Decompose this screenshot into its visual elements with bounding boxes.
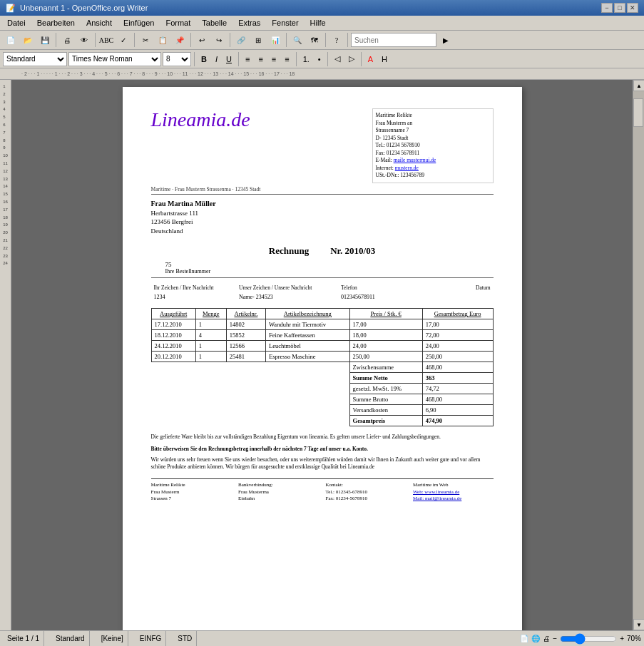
underline-button[interactable]: U xyxy=(223,52,235,66)
copy-button[interactable]: 📋 xyxy=(155,32,170,48)
menu-einfuegen[interactable]: Einfügen xyxy=(119,17,158,29)
sum-label-2: Summe Netto xyxy=(349,373,422,384)
company-ust: USt.-DNr.: 123456789 xyxy=(376,172,490,180)
zoom-increase-button[interactable]: + xyxy=(620,635,624,642)
align-left-button[interactable]: ≡ xyxy=(242,52,253,66)
title-bar-left: 📝 Unbenannt 1 - OpenOffice.org Writer xyxy=(6,4,148,13)
align-right-button[interactable]: ≡ xyxy=(268,52,280,66)
undo-button[interactable]: ↩ xyxy=(194,32,210,48)
menu-format[interactable]: Format xyxy=(161,17,195,29)
vertical-scrollbar[interactable]: ▲ ▼ xyxy=(633,80,644,630)
view-normal-icon[interactable]: 📄 xyxy=(520,635,528,642)
cell-desc-4: Espresso Maschine xyxy=(266,352,350,362)
font-color-button[interactable]: A xyxy=(364,52,377,66)
scroll-track[interactable] xyxy=(633,91,644,619)
view-web-icon[interactable]: 🌐 xyxy=(531,635,540,642)
highlight-button[interactable]: H xyxy=(378,52,391,66)
maximize-button[interactable]: □ xyxy=(614,3,625,13)
sep-1 xyxy=(56,33,56,47)
find-button[interactable]: 🔍 xyxy=(290,32,305,48)
menu-bearbeiten[interactable]: Bearbeiten xyxy=(33,17,79,29)
sum-val-2: 363 xyxy=(422,373,493,384)
new-button[interactable]: 📄 xyxy=(3,32,19,48)
status-right: 📄 🌐 🖨 − + 70% xyxy=(520,633,641,645)
footer-text-1: Die gelieferte Ware bleibt bis zur volls… xyxy=(151,434,494,441)
footer-contact: Frau Musterm xyxy=(151,489,232,496)
summary-row-versand: Versandkosten 6,90 xyxy=(151,405,493,416)
footer-fax: Fax: 01234-5678910 xyxy=(326,496,407,503)
scroll-thumb[interactable] xyxy=(633,98,643,127)
search-go-button[interactable]: ▶ xyxy=(438,32,454,48)
bold-button[interactable]: B xyxy=(198,52,210,66)
view-print-icon[interactable]: 🖨 xyxy=(543,635,550,642)
insert-mode[interactable]: EINFG xyxy=(136,631,167,646)
address-section: Frau Martina Müller Herbartstrasse 111 1… xyxy=(151,199,494,236)
paste-button[interactable]: 📌 xyxy=(172,32,188,48)
help-button[interactable]: ? xyxy=(329,32,344,48)
order-number-label: Ihre Bestellnummer xyxy=(165,268,494,275)
menu-fenster[interactable]: Fenster xyxy=(267,17,302,29)
menu-tabelle[interactable]: Tabelle xyxy=(198,17,231,29)
main-area: 123456789101112131415161718192021222324 … xyxy=(0,80,644,630)
autocorrect-button[interactable]: ✓ xyxy=(116,32,131,48)
cell-menge-2: 4 xyxy=(195,330,226,341)
web-link[interactable]: mustern.de xyxy=(395,165,419,171)
sep-4 xyxy=(190,33,191,47)
company-city: D- 12345 Stadt xyxy=(376,135,490,143)
company-street: Strassenname 7 xyxy=(376,127,490,135)
scroll-down-button[interactable]: ▼ xyxy=(633,619,644,630)
font-size-select[interactable]: 8 xyxy=(163,52,191,66)
email-link[interactable]: maile mustermui.de xyxy=(394,157,436,163)
print-button[interactable]: 🖨 xyxy=(59,32,75,48)
cell-menge-4: 1 xyxy=(195,352,226,362)
menu-ansicht[interactable]: Ansicht xyxy=(82,17,116,29)
window-controls[interactable]: − □ ✕ xyxy=(601,3,638,13)
ref-header-1: Ihr Zeichen / Ihre Nachricht xyxy=(153,284,237,292)
menu-datei[interactable]: Datei xyxy=(3,17,30,29)
zoom-decrease-button[interactable]: − xyxy=(553,635,557,642)
document-area[interactable]: Lineamia.de Maritime Relikte Frau Muster… xyxy=(11,80,633,630)
indent-button[interactable]: ▷ xyxy=(345,52,358,66)
ref-header-4: Datum xyxy=(425,284,492,292)
sep-fmt-4 xyxy=(327,52,328,66)
hyperlink-button[interactable]: 🔗 xyxy=(233,32,249,48)
invoice-number: Nr. 2010/03 xyxy=(330,245,375,257)
cell-date-4: 20.12.2010 xyxy=(151,352,195,362)
bullets-button[interactable]: • xyxy=(315,52,324,66)
company-info-box: Maritime Relikte Frau Musterm an Strasse… xyxy=(372,108,494,183)
page-header: Lineamia.de Maritime Relikte Frau Muster… xyxy=(151,108,494,183)
footer-company: Maritime Relikte xyxy=(151,482,232,489)
footer-street: Strassen 7 xyxy=(151,496,232,503)
page-indicator: Seite 1 / 1 xyxy=(3,631,44,646)
align-center-button[interactable]: ≡ xyxy=(255,52,266,66)
open-button[interactable]: 📂 xyxy=(20,32,36,48)
company-fax: Fax: 01234 5678911 xyxy=(376,150,490,158)
scroll-up-button[interactable]: ▲ xyxy=(633,80,644,91)
outdent-button[interactable]: ◁ xyxy=(331,52,344,66)
search-input[interactable] xyxy=(351,33,436,47)
style-select[interactable]: Standard xyxy=(3,52,67,66)
numbering-button[interactable]: 1. xyxy=(300,52,313,66)
footer-bank-label: Bankverbindung: xyxy=(238,482,319,489)
justify-button[interactable]: ≡ xyxy=(281,52,292,66)
sum-label-3: gesetzl. MwSt. 19% xyxy=(349,384,422,394)
company-tel: Tel.: 01234 5678910 xyxy=(376,142,490,150)
company-web: Internet: mustern.de xyxy=(376,165,490,173)
menu-hilfe[interactable]: Hilfe xyxy=(306,17,330,29)
save-button[interactable]: 💾 xyxy=(37,32,53,48)
print-preview-button[interactable]: 👁 xyxy=(76,32,92,48)
menu-extras[interactable]: Extras xyxy=(234,17,265,29)
font-select[interactable]: Times New Roman xyxy=(68,52,161,66)
minimize-button[interactable]: − xyxy=(601,3,613,13)
zoom-slider[interactable] xyxy=(560,633,617,645)
table-button[interactable]: ⊞ xyxy=(250,32,266,48)
navigator-button[interactable]: 🗺 xyxy=(307,32,322,48)
redo-button[interactable]: ↪ xyxy=(211,32,227,48)
cut-button[interactable]: ✂ xyxy=(138,32,153,48)
spell-check-button[interactable]: ABC xyxy=(98,32,114,48)
chart-button[interactable]: 📊 xyxy=(267,32,283,48)
close-button[interactable]: ✕ xyxy=(627,3,638,13)
sum-label-4: Summe Brutto xyxy=(349,394,422,405)
italic-button[interactable]: I xyxy=(212,52,221,66)
sep-fmt-1 xyxy=(194,52,195,66)
